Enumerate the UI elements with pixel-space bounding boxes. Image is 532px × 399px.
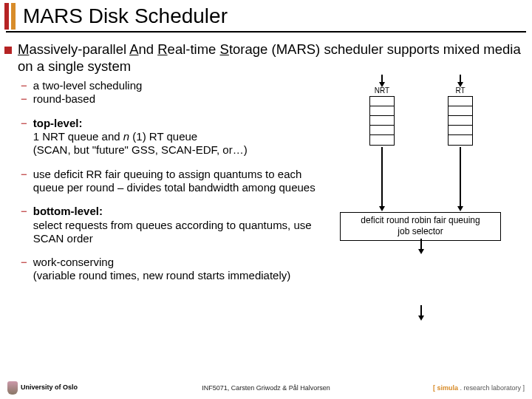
- bullet-item: − a two-level scheduling: [21, 79, 318, 92]
- bullet-item: − bottom-level: select requests from que…: [21, 205, 318, 245]
- intro-row: Massively-parallel And Real-time Storage…: [0, 41, 532, 75]
- dash-icon: −: [21, 79, 27, 92]
- diagram: NRT RT deficit round robin fair queuing …: [318, 79, 532, 293]
- dash-icon: −: [21, 168, 27, 195]
- queue-cells: [448, 96, 473, 146]
- content-row: − a two-level scheduling − round-based −…: [0, 79, 532, 293]
- dash-icon: −: [21, 92, 27, 106]
- page-title: MARS Disk Scheduler: [23, 4, 228, 28]
- intro-text: Massively-parallel And Real-time Storage…: [18, 41, 528, 75]
- title-underline: [6, 31, 526, 33]
- queue-rt: RT: [448, 79, 473, 146]
- queue-label: RT: [448, 86, 473, 95]
- queue-nrt: NRT: [369, 79, 395, 146]
- queue-cells: [369, 96, 395, 146]
- title-accent: [4, 3, 16, 30]
- footer: University of Oslo INF5071, Carsten Griw…: [0, 381, 532, 395]
- queue-label: NRT: [369, 86, 395, 95]
- dash-icon: −: [21, 117, 27, 157]
- bullets-column: − a two-level scheduling − round-based −…: [0, 79, 318, 293]
- dash-icon: −: [21, 256, 27, 283]
- title-bar: MARS Disk Scheduler: [0, 0, 532, 30]
- selector-box: deficit round robin fair queuing job sel…: [340, 212, 501, 241]
- footer-simula: [ simula . research laboratory ]: [399, 384, 525, 392]
- footer-course: INF5071, Carsten Griwodz & Pål Halvorsen: [133, 384, 399, 392]
- bullet-item: − round-based: [21, 92, 318, 106]
- footer-university: University of Oslo: [7, 381, 133, 395]
- bullet-item: − work-conserving (variable round times,…: [21, 256, 318, 283]
- crest-icon: [7, 381, 18, 395]
- bullet-item: − top-level: 1 NRT queue and n (1) RT qu…: [21, 117, 318, 157]
- bullet-item: − use deficit RR fair queuing to assign …: [21, 168, 318, 195]
- bullet-square-icon: [4, 47, 12, 54]
- dash-icon: −: [21, 205, 27, 245]
